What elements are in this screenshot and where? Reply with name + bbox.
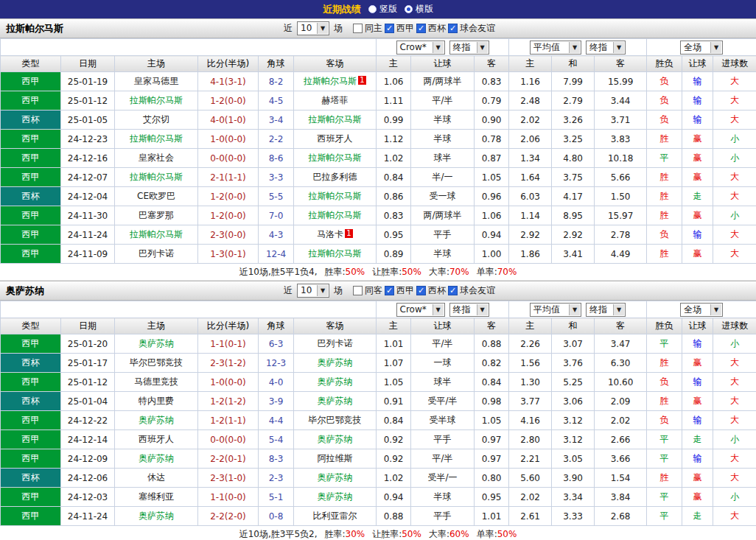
summary-row: 近10场,胜5平1负4,胜率:50%让胜率:50%大率:70%单率:70% [0,264,756,281]
euro-home-odds: 2.92 [509,225,552,245]
goals-result: 大 [713,72,756,91]
euro-away-odds: 10.18 [595,149,647,168]
recent-count-select[interactable]: 10 [297,21,329,35]
euro-draw-odds: 5.25 [552,373,595,392]
euro-away-odds: 3.47 [595,334,647,354]
layout-vertical-option[interactable]: 竖版 [368,3,397,15]
team-name: 奥萨苏纳 [6,284,44,298]
bookmaker-select[interactable]: Crow* [396,303,445,317]
team-name: 拉斯帕尔马斯 [6,22,63,35]
column-header-row: 类型 日期 主场 比分(半场) 角球 客场 主 让球 客 主 和 客 胜负 让球… [1,56,756,72]
col-euro-away: 客 [595,56,647,72]
scope-select[interactable]: 全场 [680,41,723,55]
scope-select[interactable]: 全场 [680,303,723,317]
euro-away-odds: 1.54 [595,469,647,488]
league-badge: 西甲 [1,72,61,91]
match-date: 24-12-22 [61,411,115,430]
league-badge: 西甲 [1,411,61,430]
league-friendly-checkbox[interactable] [448,286,458,295]
match-date: 25-01-12 [61,373,115,392]
home-team: 巴塞罗那 [139,210,174,220]
asian-home-odds: 1.12 [377,130,411,149]
bookmaker-select[interactable]: Crow* [396,41,445,55]
asian-odds-selects: Crow*终指 [377,39,509,56]
match-result: 胜 [647,206,682,225]
away-team: 奥萨苏纳 [318,434,353,444]
col-corner: 角球 [259,318,294,334]
away-team: 比利亚雷尔 [313,511,357,521]
same-venue-checkbox[interactable] [353,24,363,33]
euro-home-odds: 2.02 [509,488,552,507]
corner-score: 6-3 [259,334,294,354]
handicap-line: 一球 [411,354,475,373]
score: 1-2(0-0) [198,206,259,225]
match-date: 24-12-23 [61,130,115,149]
asian-home-odds: 0.92 [377,430,411,449]
league-liga-label: 西甲 [396,22,414,35]
team-section-osasuna: 奥萨苏纳 近 10 场 同客 西甲 西杯 球会友谊 Crow*终指 [0,281,756,540]
odds-source-row: Crow*终指 平均值终指 全场 [1,39,756,56]
league-friendly-checkbox[interactable] [448,24,458,33]
score: 1-0(0-0) [198,130,259,149]
recent-count-value: 10 [301,285,312,295]
asian-home-odds: 0.92 [377,449,411,469]
average-select[interactable]: 平均值 [530,303,581,317]
league-liga-checkbox[interactable] [385,286,394,295]
league-cup-checkbox[interactable] [416,286,426,295]
match-date: 24-12-14 [61,430,115,449]
home-team: 奥萨苏纳 [139,453,174,463]
handicap-result: 输 [682,225,713,245]
euro-draw-odds: 3.41 [552,245,595,264]
layout-horizontal-option[interactable]: 横版 [405,3,433,15]
handicap-line: 半球 [411,130,475,149]
goals-result: 小 [713,149,756,168]
league-badge: 西甲 [1,334,61,354]
asian-home-odds: 1.11 [377,91,411,111]
vertical-radio[interactable] [368,5,377,13]
match-date: 25-01-04 [61,392,115,411]
match-result: 平 [647,149,682,168]
euro-home-odds: 1.30 [509,373,552,392]
score: 2-1(1-1) [198,168,259,187]
final-asian-select[interactable]: 终指 [449,303,489,317]
league-badge: 西甲 [1,168,61,187]
asian-home-odds: 0.88 [377,507,411,526]
match-result: 平 [647,507,682,526]
euro-away-odds: 15.97 [595,206,647,225]
recent-count-select[interactable]: 10 [297,284,329,298]
match-row: 西甲 24-12-09 奥萨苏纳 2-2(0-1) 8-3 阿拉维斯 0.92 … [1,449,756,469]
final-euro-select[interactable]: 终指 [586,41,626,55]
league-cup-checkbox[interactable] [416,24,426,33]
corner-score: 0-8 [259,507,294,526]
away-team: 马洛卡 [317,229,343,239]
same-venue-checkbox[interactable] [353,286,363,295]
score: 0-0(0-0) [198,149,259,168]
horizontal-radio[interactable] [405,5,413,13]
euro-home-odds: 2.21 [509,449,552,469]
col-result: 胜负 [647,56,682,72]
match-result: 平 [647,449,682,469]
match-result: 负 [647,72,682,91]
final-asian-select[interactable]: 终指 [449,41,489,55]
red-card-badge: 1 [358,76,366,85]
goals-result: 小 [713,488,756,507]
final-euro-select[interactable]: 终指 [586,303,626,317]
col-euro-away: 客 [595,318,647,334]
match-result: 胜 [647,245,682,264]
handicap-result: 输 [682,91,713,111]
goals-result: 小 [713,130,756,149]
euro-draw-odds: 4.80 [552,149,595,168]
league-badge: 西杯 [1,354,61,373]
average-select[interactable]: 平均值 [530,41,581,55]
handicap-line: 平手 [411,507,475,526]
rate-stat: 单率:70% [477,266,517,278]
corner-score: 3-3 [259,168,294,187]
euro-away-odds: 6.30 [595,354,647,373]
goals-result: 大 [713,449,756,469]
asian-home-odds: 0.95 [377,225,411,245]
league-badge: 西甲 [1,91,61,111]
league-liga-checkbox[interactable] [385,24,394,33]
match-date: 25-01-12 [61,91,115,111]
handicap-line: 半球 [411,488,475,507]
match-row: 西甲 25-01-12 拉斯帕尔马斯 1-2(0-0) 4-5 赫塔菲 1.11… [1,91,756,111]
